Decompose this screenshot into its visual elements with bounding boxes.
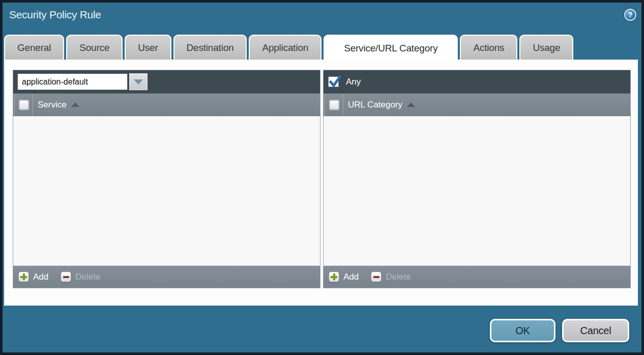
any-checkbox-checked[interactable] (328, 76, 339, 87)
url-category-column-label: URL Category (348, 100, 402, 110)
help-icon[interactable]: ? (624, 9, 636, 21)
page-title: Security Policy Rule (9, 9, 101, 21)
minus-icon (371, 271, 382, 282)
tab-bar: General Source User Destination Applicat… (4, 35, 573, 60)
url-category-add-button[interactable]: Add (329, 271, 359, 282)
cancel-button[interactable]: Cancel (562, 319, 629, 342)
service-select-all-checkbox[interactable] (19, 100, 28, 110)
checkmark-icon (329, 75, 342, 89)
tab-user[interactable]: User (125, 35, 171, 60)
sort-ascending-icon (407, 102, 415, 107)
service-add-button[interactable]: Add (18, 271, 48, 282)
url-category-any-bar: Any (324, 70, 630, 93)
tab-usage[interactable]: Usage (519, 35, 573, 60)
add-button-label: Add (343, 272, 359, 282)
tab-general[interactable]: General (4, 35, 64, 60)
url-category-panel: Any URL Category Add Delete (323, 70, 631, 288)
url-category-footer-toolbar: Add Delete (324, 265, 630, 288)
url-category-column-header[interactable]: URL Category (348, 100, 415, 110)
help-icon-glyph: ? (628, 11, 633, 19)
tab-source[interactable]: Source (66, 35, 123, 60)
tab-destination[interactable]: Destination (173, 35, 247, 60)
plus-icon (18, 271, 29, 282)
chevron-down-icon (134, 79, 143, 85)
tab-actions[interactable]: Actions (460, 35, 517, 60)
service-panel: Service Add Delete (13, 70, 320, 288)
url-category-delete-button[interactable]: Delete (371, 271, 411, 282)
tab-service-url-category[interactable]: Service/URL Category (324, 35, 458, 61)
service-list-empty (13, 116, 320, 265)
service-type-input[interactable] (17, 73, 128, 90)
delete-button-label: Delete (386, 272, 411, 282)
service-type-bar (13, 70, 320, 93)
sort-ascending-icon (71, 102, 79, 107)
service-column-header[interactable]: Service (38, 100, 79, 110)
url-category-table-header: URL Category (324, 93, 630, 116)
add-button-label: Add (33, 272, 48, 282)
service-select-all-cell (14, 94, 33, 116)
service-type-dropdown-button[interactable] (129, 73, 148, 90)
service-footer-toolbar: Add Delete (13, 265, 320, 288)
ok-button[interactable]: OK (490, 319, 555, 342)
tab-content-service-url-category: Service Add Delete (4, 60, 638, 306)
service-table-header: Service (13, 93, 320, 116)
url-category-list-empty (324, 116, 630, 265)
plus-icon (329, 271, 339, 282)
any-label: Any (346, 77, 361, 87)
service-column-label: Service (38, 100, 67, 110)
service-delete-button[interactable]: Delete (61, 271, 100, 282)
delete-button-label: Delete (75, 272, 100, 282)
security-policy-rule-dialog: Security Policy Rule ? General Source Us… (0, 0, 644, 355)
minus-icon (61, 271, 71, 282)
tab-application[interactable]: Application (249, 35, 321, 60)
url-category-select-all-checkbox[interactable] (330, 100, 339, 110)
url-category-select-all-cell (325, 94, 343, 116)
